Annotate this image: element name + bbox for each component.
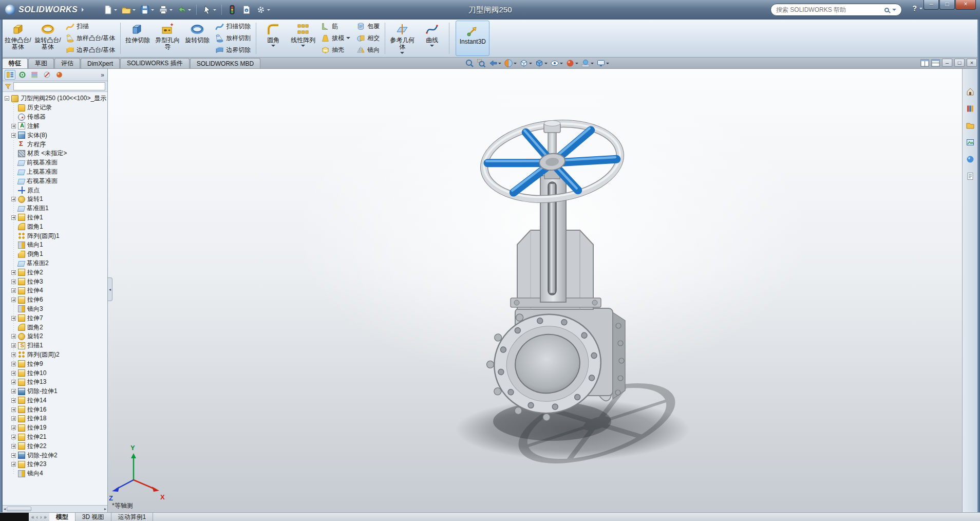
expand-toggle[interactable]: [11, 398, 16, 403]
expand-toggle[interactable]: [11, 325, 16, 330]
expand-toggle[interactable]: [11, 270, 16, 275]
tree-item[interactable]: 圆角1: [5, 222, 107, 231]
expand-toggle[interactable]: [11, 352, 16, 357]
dropdown-icon[interactable]: [301, 45, 305, 49]
tree-horizontal-scrollbar[interactable]: ◂ ▸: [3, 505, 107, 512]
expand-toggle[interactable]: [11, 307, 16, 311]
expand-toggle[interactable]: [11, 435, 16, 439]
view-orientation-button[interactable]: [519, 59, 532, 68]
wrap-button[interactable]: 包覆: [354, 21, 382, 32]
appearances-button[interactable]: [965, 154, 975, 164]
view-settings-button[interactable]: [596, 59, 609, 68]
tree-item[interactable]: 阵列(圆周)2: [5, 350, 107, 360]
propertymanager-tab[interactable]: [17, 70, 28, 80]
tree-item[interactable]: 拉伸16: [5, 405, 107, 414]
expand-toggle[interactable]: [11, 215, 16, 220]
tree-item[interactable]: 拉伸4: [5, 286, 107, 295]
expand-toggle[interactable]: [11, 188, 16, 193]
expand-toggle[interactable]: [11, 197, 16, 201]
expand-toggle[interactable]: [11, 142, 16, 147]
expand-toggle[interactable]: [11, 389, 16, 394]
section-view-button[interactable]: [504, 59, 517, 68]
tab-overflow-chevron[interactable]: »: [101, 71, 105, 79]
tree-item[interactable]: 拉伸3: [5, 277, 107, 286]
tree-item[interactable]: 拉伸14: [5, 396, 107, 405]
edit-appearance-button[interactable]: [566, 59, 578, 68]
save-button[interactable]: [138, 3, 156, 16]
expand-toggle[interactable]: [11, 297, 16, 302]
expand-toggle[interactable]: [11, 105, 16, 110]
featuremanager-tree-tab[interactable]: [5, 70, 15, 80]
document-tab[interactable]: 模型: [49, 513, 76, 521]
document-tab[interactable]: 3D 视图: [76, 513, 111, 521]
dropdown-icon[interactable]: [271, 45, 275, 49]
expand-toggle[interactable]: [11, 243, 16, 247]
doc-restore-button[interactable]: □: [954, 59, 965, 67]
instant3d-button[interactable]: Instant3D: [456, 21, 489, 56]
hide-show-items-button[interactable]: [550, 59, 563, 68]
apply-scene-button[interactable]: [581, 59, 594, 68]
command-tab[interactable]: SOLIDWORKS MBD: [190, 58, 260, 68]
expand-toggle[interactable]: [11, 133, 16, 138]
search-dropdown-icon[interactable]: [892, 9, 896, 13]
tree-item[interactable]: 原点: [5, 185, 107, 195]
open-button[interactable]: [120, 3, 137, 16]
rib-button[interactable]: 筋: [319, 21, 352, 32]
command-tab[interactable]: 特征: [2, 58, 28, 68]
tree-item[interactable]: 倒角1: [5, 250, 107, 259]
expand-toggle[interactable]: [11, 151, 16, 156]
dropdown-icon[interactable]: [346, 37, 350, 41]
dropdown-icon[interactable]: [430, 45, 434, 49]
sweep-boss-button[interactable]: 扫描: [64, 21, 117, 32]
expand-toggle[interactable]: [11, 343, 16, 348]
configurationmanager-tab[interactable]: [29, 70, 40, 80]
expand-toggle[interactable]: [11, 416, 16, 421]
minimize-button[interactable]: –: [924, 0, 939, 10]
command-tab[interactable]: DimXpert: [81, 58, 120, 68]
file-explorer-button[interactable]: [965, 120, 975, 131]
tab-scroll-prev-icon[interactable]: ‹: [36, 514, 38, 520]
collapse-toggle[interactable]: [5, 96, 9, 101]
tree-item[interactable]: 阵列(圆周)1: [5, 231, 107, 240]
expand-toggle[interactable]: [11, 425, 16, 430]
expand-toggle[interactable]: [11, 371, 16, 376]
tree-item[interactable]: 旋转1: [5, 195, 107, 204]
command-tab[interactable]: SOLIDWORKS 插件: [120, 58, 190, 68]
design-library-button[interactable]: [965, 103, 975, 114]
doc-close-button[interactable]: ×: [967, 59, 977, 67]
command-tab[interactable]: 草图: [28, 58, 54, 68]
tree-item[interactable]: 拉伸10: [5, 368, 107, 378]
new-document-button[interactable]: [101, 3, 119, 16]
draft-button[interactable]: 拔模: [319, 33, 352, 44]
expand-toggle[interactable]: [11, 170, 16, 174]
tree-item[interactable]: 右视基准面: [5, 176, 107, 185]
tree-item[interactable]: 旋转2: [5, 332, 107, 341]
zoom-to-area-button[interactable]: [477, 59, 486, 68]
print-button[interactable]: [157, 3, 174, 16]
tab-scroll-last-icon[interactable]: »: [44, 514, 47, 520]
intersect-button[interactable]: 相交: [354, 33, 382, 44]
loft-cut-button[interactable]: 放样切割: [213, 33, 253, 44]
solidworks-logo[interactable]: SOLIDWORKS: [5, 5, 86, 15]
expand-toggle[interactable]: [11, 160, 16, 165]
tree-item[interactable]: 镜向1: [5, 240, 107, 250]
hole-wizard-button[interactable]: 异型孔向导: [153, 21, 182, 56]
command-tab[interactable]: 评估: [54, 58, 80, 68]
revolve-boss-button[interactable]: 旋转凸台/基体: [33, 21, 63, 56]
tree-item[interactable]: 注解: [5, 122, 107, 131]
tree-item[interactable]: 传感器: [5, 113, 107, 122]
expand-toggle[interactable]: [11, 261, 16, 266]
scroll-right-icon[interactable]: ▸: [104, 507, 106, 511]
dimxpertmanager-tab[interactable]: [42, 70, 52, 80]
tree-filter-input[interactable]: [13, 82, 105, 90]
expand-toggle[interactable]: [11, 316, 16, 321]
tree-root-item[interactable]: 刀型闸阀250 (100<<100>_显示: [5, 94, 107, 103]
tree-item[interactable]: 拉伸19: [5, 423, 107, 433]
extrude-boss-button[interactable]: 拉伸凸台/基体: [3, 21, 33, 56]
display-style-button[interactable]: [535, 59, 548, 68]
tab-scroll-first-icon[interactable]: «: [31, 514, 34, 520]
tree-item[interactable]: 拉伸2: [5, 268, 107, 277]
tree-item[interactable]: 切除-拉伸2: [5, 451, 107, 460]
tree-item[interactable]: 基准面1: [5, 204, 107, 213]
sweep-cut-button[interactable]: 扫描切除: [213, 21, 253, 32]
